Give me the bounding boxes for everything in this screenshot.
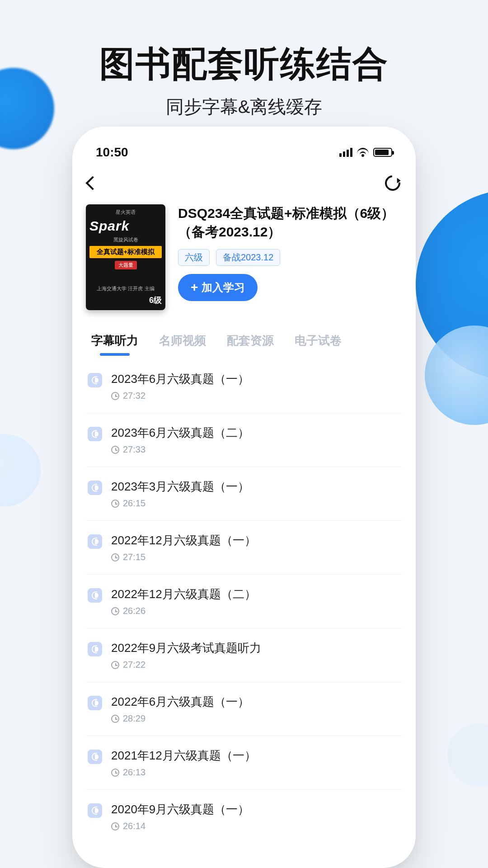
status-time: 10:50 — [96, 145, 128, 160]
tabs: 字幕听力 名师视频 配套资源 电子试卷 — [86, 333, 402, 356]
back-icon[interactable] — [85, 176, 99, 190]
clock-icon — [111, 392, 119, 400]
clock-icon — [111, 553, 119, 561]
tab-subtitles-listening[interactable]: 字幕听力 — [91, 333, 138, 356]
audio-icon — [88, 534, 102, 549]
item-title: 2022年12月六级真题（一） — [111, 533, 400, 548]
wifi-icon — [357, 148, 369, 157]
list-item[interactable]: 2023年6月六级真题（二）27:33 — [86, 413, 402, 467]
item-title: 2021年12月六级真题（一） — [111, 748, 400, 764]
book-title: DSQ234全真试题+标准模拟（6级）（备考2023.12） — [178, 204, 402, 241]
list-item[interactable]: 2023年6月六级真题（一）27:32 — [86, 359, 402, 413]
item-duration: 27:15 — [123, 552, 145, 562]
hero-title: 图书配套听练结合 — [0, 41, 488, 88]
book-header: 星火英语 Spark 黑旋风试卷 全真试题+标准模拟 大题量 上海交通大学 汪开… — [86, 204, 402, 310]
cover-tag: 大题量 — [115, 261, 137, 269]
clock-icon — [111, 715, 119, 723]
hero: 图书配套听练结合 同步字幕&离线缓存 — [0, 41, 488, 119]
book-cover[interactable]: 星火英语 Spark 黑旋风试卷 全真试题+标准模拟 大题量 上海交通大学 汪开… — [86, 204, 165, 310]
tab-epaper[interactable]: 电子试卷 — [295, 333, 342, 356]
audio-list: 2023年6月六级真题（一）27:322023年6月六级真题（二）27:3320… — [86, 359, 402, 843]
book-tag[interactable]: 备战2023.12 — [216, 249, 280, 266]
cover-subbrand: 星火英语 — [89, 209, 162, 216]
item-duration: 27:22 — [123, 660, 145, 670]
bg-circle — [447, 723, 488, 787]
tab-teacher-video[interactable]: 名师视频 — [159, 333, 206, 356]
audio-icon — [88, 588, 102, 603]
cover-brand: Spark — [89, 218, 162, 234]
list-item[interactable]: 2023年3月六级真题（一）26:15 — [86, 467, 402, 521]
item-title: 2022年9月六级考试真题听力 — [111, 640, 400, 656]
audio-icon — [88, 803, 102, 818]
list-item[interactable]: 2022年6月六级真题（一）28:29 — [86, 682, 402, 736]
item-duration: 27:33 — [123, 444, 145, 455]
book-tag[interactable]: 六级 — [178, 249, 210, 266]
audio-icon — [88, 481, 102, 495]
item-title: 2022年6月六级真题（一） — [111, 694, 400, 710]
add-study-label: 加入学习 — [202, 280, 245, 295]
battery-icon — [373, 148, 392, 157]
clock-icon — [111, 822, 119, 830]
list-item[interactable]: 2022年12月六级真题（二）26:26 — [86, 575, 402, 628]
hero-subtitle: 同步字幕&离线缓存 — [0, 94, 488, 119]
audio-icon — [88, 750, 102, 764]
plus-icon: + — [191, 281, 198, 294]
cover-press: 上海交通大学 汪开虎 主编 — [89, 285, 162, 292]
item-duration: 26:15 — [123, 498, 145, 509]
clock-icon — [111, 446, 119, 454]
phone-mock: 10:50 星火英语 Spark 黑旋风试卷 全真试题+标准模拟 大题量 上海交… — [72, 127, 416, 868]
audio-icon — [88, 696, 102, 710]
item-title: 2023年3月六级真题（一） — [111, 479, 400, 495]
cover-line1: 黑旋风试卷 — [89, 236, 162, 243]
item-title: 2022年12月六级真题（二） — [111, 586, 400, 602]
cover-line2: 全真试题+标准模拟 — [89, 246, 162, 258]
item-title: 2020年9月六级真题（一） — [111, 802, 400, 817]
nav-bar — [86, 175, 402, 191]
item-duration: 26:26 — [123, 606, 145, 616]
item-duration: 27:32 — [123, 391, 145, 401]
list-item[interactable]: 2020年9月六级真题（一）26:14 — [86, 790, 402, 843]
status-bar: 10:50 — [86, 142, 402, 163]
list-item[interactable]: 2022年9月六级考试真题听力27:22 — [86, 628, 402, 682]
tab-resources[interactable]: 配套资源 — [227, 333, 274, 356]
clock-icon — [111, 607, 119, 615]
clock-icon — [111, 661, 119, 669]
clock-icon — [111, 769, 119, 777]
signal-icon — [339, 148, 352, 157]
item-duration: 26:14 — [123, 821, 145, 831]
refresh-icon[interactable] — [382, 172, 404, 194]
audio-icon — [88, 373, 102, 387]
item-duration: 28:29 — [123, 713, 145, 724]
audio-icon — [88, 642, 102, 656]
item-title: 2023年6月六级真题（二） — [111, 425, 400, 441]
item-title: 2023年6月六级真题（一） — [111, 371, 400, 387]
audio-icon — [88, 427, 102, 441]
add-study-button[interactable]: + 加入学习 — [178, 274, 258, 301]
bg-circle — [0, 434, 41, 506]
cover-grade: 6级 — [149, 295, 162, 306]
clock-icon — [111, 500, 119, 508]
list-item[interactable]: 2021年12月六级真题（一）26:13 — [86, 736, 402, 790]
item-duration: 26:13 — [123, 767, 145, 778]
book-tags: 六级 备战2023.12 — [178, 249, 402, 266]
list-item[interactable]: 2022年12月六级真题（一）27:15 — [86, 521, 402, 575]
